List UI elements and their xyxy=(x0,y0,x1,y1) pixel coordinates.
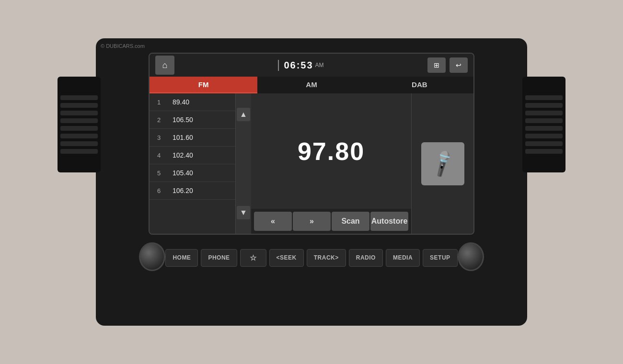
preset-2[interactable]: 2 106.50 xyxy=(150,111,235,129)
tab-fm[interactable]: FM xyxy=(150,77,257,93)
preset-freq-3: 101.60 xyxy=(173,134,193,141)
car-console: © DUBICARS.com ⌂ 06:53 AM ⊞ ↩ FM xyxy=(96,38,527,326)
microphone-icon: 🎤 xyxy=(427,148,459,180)
right-panel: 🎤 xyxy=(411,93,473,234)
hw-seek-back-button[interactable]: <SEEK xyxy=(269,249,304,267)
preset-4[interactable]: 4 102.40 xyxy=(150,147,235,164)
preset-3[interactable]: 3 101.60 xyxy=(150,129,235,147)
prev-button[interactable]: « xyxy=(254,212,292,231)
scroll-down-button[interactable]: ▼ xyxy=(237,206,250,219)
preset-freq-4: 102.40 xyxy=(173,151,193,159)
preset-5[interactable]: 5 105.40 xyxy=(150,164,235,182)
preset-list: 1 89.40 2 106.50 3 101.60 4 102.40 5 1 xyxy=(150,93,236,234)
tab-dab[interactable]: DAB xyxy=(366,77,473,93)
left-vent xyxy=(58,77,101,172)
home-screen-button[interactable]: ⌂ xyxy=(155,56,174,75)
hardware-buttons: HOME PHONE ☆ <SEEK TRACK> RADIO MEDIA SE… xyxy=(165,249,457,267)
hw-setup-button[interactable]: SETUP xyxy=(423,249,458,267)
right-vent xyxy=(522,77,565,172)
preset-6[interactable]: 6 106.20 xyxy=(150,182,235,200)
preset-freq-1: 89.40 xyxy=(173,98,189,106)
preset-num-5: 5 xyxy=(157,170,165,177)
preset-num-1: 1 xyxy=(157,99,165,106)
clock-container: 06:53 AM xyxy=(278,60,323,71)
back-button[interactable]: ↩ xyxy=(450,57,468,73)
preset-freq-2: 106.50 xyxy=(173,116,193,124)
preset-num-6: 6 xyxy=(157,187,165,194)
scroll-up-button[interactable]: ▲ xyxy=(237,108,250,121)
infotainment-screen: ⌂ 06:53 AM ⊞ ↩ FM AM DAB 1 89.40 xyxy=(149,53,474,235)
preset-1[interactable]: 1 89.40 xyxy=(150,93,235,111)
scroll-column: ▲ ▼ xyxy=(236,93,251,234)
control-buttons-row: « » Scan Autostore xyxy=(251,209,411,234)
hw-phone-button[interactable]: PHONE xyxy=(201,249,237,267)
ampm-display: AM xyxy=(315,62,324,68)
hw-radio-button[interactable]: RADIO xyxy=(349,249,383,267)
hw-star-button[interactable]: ☆ xyxy=(240,249,266,267)
top-right-controls: ⊞ ↩ xyxy=(427,57,468,73)
preset-num-4: 4 xyxy=(157,152,165,159)
next-button[interactable]: » xyxy=(293,212,331,231)
preset-num-3: 3 xyxy=(157,134,165,141)
hardware-row: HOME PHONE ☆ <SEEK TRACK> RADIO MEDIA SE… xyxy=(129,242,494,271)
watermark-text: © DUBICARS.com xyxy=(101,43,145,49)
preset-num-2: 2 xyxy=(157,116,165,124)
grid-view-button[interactable]: ⊞ xyxy=(427,57,446,73)
preset-freq-6: 106.20 xyxy=(173,187,193,194)
hw-media-button[interactable]: MEDIA xyxy=(386,249,420,267)
center-panel: 97.80 « » Scan Autostore xyxy=(251,93,411,234)
left-knob[interactable] xyxy=(139,242,165,271)
radio-tabs: FM AM DAB xyxy=(150,77,473,93)
microphone-button[interactable]: 🎤 xyxy=(421,142,464,185)
main-content: 1 89.40 2 106.50 3 101.60 4 102.40 5 1 xyxy=(150,93,473,234)
current-frequency-display: 97.80 xyxy=(251,93,411,209)
scan-button[interactable]: Scan xyxy=(332,212,369,231)
tab-am[interactable]: AM xyxy=(257,77,365,93)
top-bar: ⌂ 06:53 AM ⊞ ↩ xyxy=(150,54,473,77)
hw-home-button[interactable]: HOME xyxy=(165,249,198,267)
hw-track-forward-button[interactable]: TRACK> xyxy=(307,249,346,267)
autostore-button[interactable]: Autostore xyxy=(370,212,408,231)
preset-freq-5: 105.40 xyxy=(173,169,193,177)
right-knob[interactable] xyxy=(458,242,484,271)
clock-display: 06:53 xyxy=(278,60,313,71)
